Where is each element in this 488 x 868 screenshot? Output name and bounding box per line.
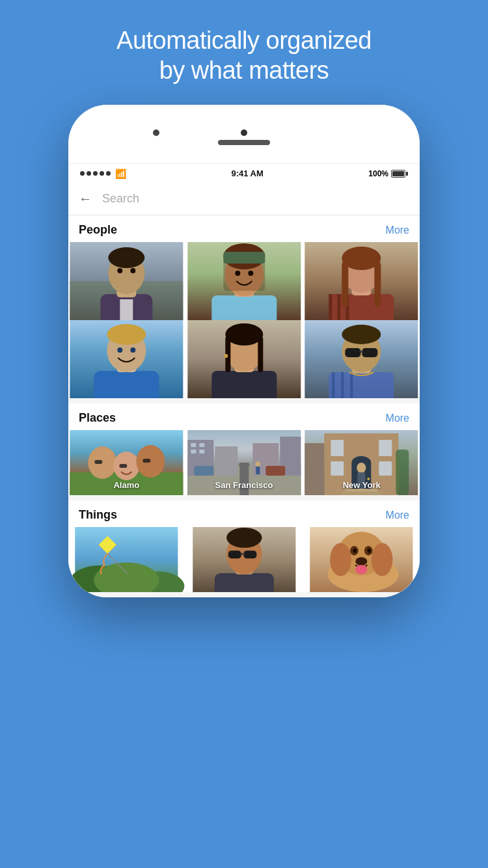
thing-dog[interactable] [303, 527, 420, 592]
person-photo-4[interactable] [68, 320, 185, 398]
svg-point-16 [235, 271, 240, 276]
phone-mockup: 📶 9:41 AM 100% ← Search [0, 105, 488, 597]
svg-rect-60 [119, 464, 127, 468]
battery-icon [391, 170, 408, 178]
svg-point-58 [136, 445, 165, 478]
thing-kite[interactable] [68, 527, 185, 592]
svg-rect-36 [211, 371, 277, 398]
svg-point-116 [356, 558, 368, 566]
phone-content: People More [68, 215, 420, 597]
places-title: Places [79, 411, 116, 425]
svg-rect-45 [332, 372, 335, 398]
battery-percentage: 100% [368, 169, 388, 178]
svg-rect-86 [331, 461, 344, 476]
place-ny[interactable]: New York [303, 430, 420, 495]
signal-dot [100, 171, 104, 176]
svg-rect-3 [120, 299, 133, 320]
things-more-button[interactable]: More [386, 509, 409, 521]
svg-rect-75 [265, 466, 285, 476]
ny-label: New York [303, 480, 420, 490]
places-section: Places More [68, 403, 420, 495]
svg-point-115 [368, 549, 371, 553]
svg-rect-77 [256, 467, 260, 474]
svg-point-17 [248, 271, 253, 276]
thing-person-sunglasses[interactable] [186, 527, 303, 592]
svg-point-114 [353, 549, 357, 553]
svg-point-110 [330, 543, 351, 576]
svg-rect-100 [215, 573, 274, 592]
svg-rect-53 [360, 351, 364, 353]
svg-rect-52 [362, 348, 378, 357]
svg-point-76 [255, 461, 260, 467]
search-placeholder[interactable]: Search [102, 192, 409, 206]
svg-point-39 [225, 323, 263, 346]
svg-rect-27 [375, 262, 381, 307]
svg-rect-21 [338, 294, 341, 320]
signal-dot [106, 171, 111, 176]
speaker-bar [218, 140, 270, 145]
person-photo-6[interactable] [303, 320, 420, 398]
svg-rect-20 [329, 294, 332, 320]
signal-area: 📶 [80, 169, 126, 179]
person-photo-5[interactable] [186, 320, 303, 398]
svg-point-42 [224, 354, 228, 358]
people-section-header: People More [68, 215, 420, 242]
svg-rect-61 [142, 459, 150, 463]
places-row: Alamo [68, 430, 420, 495]
svg-rect-73 [199, 450, 204, 454]
svg-rect-59 [94, 460, 102, 464]
svg-point-50 [342, 325, 381, 344]
svg-point-7 [117, 268, 122, 273]
person-photo-3[interactable] [303, 242, 420, 320]
svg-rect-85 [379, 440, 392, 456]
svg-rect-29 [94, 371, 159, 398]
svg-point-103 [226, 528, 262, 548]
svg-rect-104 [228, 551, 241, 559]
phone-top [68, 105, 420, 163]
svg-rect-84 [331, 440, 344, 456]
back-button[interactable]: ← [79, 191, 92, 206]
people-row-2 [68, 320, 420, 398]
person-photo-2[interactable] [186, 242, 303, 320]
things-title: Things [79, 508, 117, 522]
svg-rect-46 [342, 372, 344, 398]
signal-dot [93, 171, 98, 176]
svg-point-34 [130, 347, 135, 353]
svg-rect-105 [243, 551, 256, 559]
svg-point-6 [108, 247, 144, 268]
svg-rect-51 [346, 348, 361, 357]
headline-line2: by what matters [159, 57, 329, 84]
svg-rect-106 [241, 553, 244, 555]
people-section: People More [68, 215, 420, 398]
place-sf[interactable]: San Francisco [186, 430, 303, 495]
headline: Automatically organized by what matters [0, 0, 488, 105]
people-more-button[interactable]: More [386, 224, 409, 236]
signal-dot [80, 171, 85, 176]
places-more-button[interactable]: More [386, 413, 409, 424]
signal-dot [87, 171, 91, 176]
svg-rect-87 [379, 461, 392, 476]
camera-dot [241, 129, 247, 136]
svg-rect-41 [258, 336, 263, 372]
people-row-1 [68, 242, 420, 320]
wifi-icon: 📶 [115, 169, 126, 179]
svg-point-33 [117, 347, 122, 353]
svg-rect-10 [211, 295, 277, 320]
people-title: People [79, 223, 117, 237]
place-alamo[interactable]: Alamo [68, 430, 185, 495]
person-photo-1[interactable] [68, 242, 185, 320]
svg-point-91 [357, 463, 366, 473]
headline-line1: Automatically organized [116, 27, 372, 54]
svg-rect-90 [342, 491, 381, 495]
svg-rect-71 [199, 443, 204, 447]
svg-rect-70 [191, 443, 196, 447]
svg-point-111 [372, 543, 393, 576]
svg-point-56 [88, 446, 116, 479]
svg-point-117 [356, 565, 368, 575]
status-time: 9:41 AM [231, 169, 263, 178]
places-section-header: Places More [68, 403, 420, 430]
sf-label: San Francisco [186, 480, 303, 490]
svg-rect-74 [194, 466, 213, 476]
svg-rect-15 [223, 252, 265, 264]
alamo-label: Alamo [68, 480, 185, 490]
